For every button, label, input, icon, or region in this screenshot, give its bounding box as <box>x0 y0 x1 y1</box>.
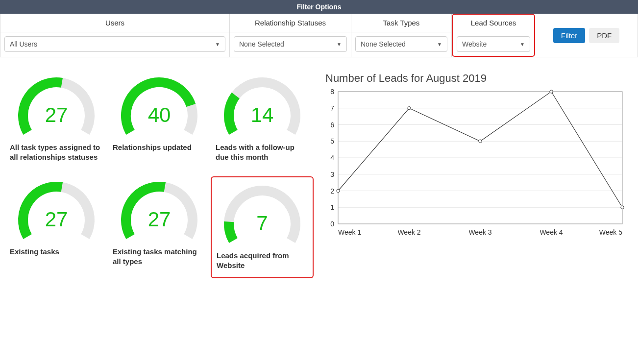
relationship-dropdown-value: None Selected <box>239 40 284 48</box>
filter-row: Users All Users ▼ Relationship Statuses … <box>0 14 638 57</box>
chevron-down-icon: ▼ <box>215 42 220 47</box>
gauge-card-4: 27Existing tasks matching all types <box>108 176 211 279</box>
task-types-dropdown-value: None Selected <box>361 40 406 48</box>
task-types-dropdown[interactable]: None Selected ▼ <box>355 36 447 52</box>
gauge-value-0: 27 <box>15 103 98 127</box>
leads-chart-panel: Number of Leads for August 2019 01234567… <box>323 72 633 239</box>
filter-label-lead-sources: Lead Sources <box>453 15 534 32</box>
leads-line-chart: 012345678Week 1Week 2Week 3Week 4Week 5 <box>323 87 627 239</box>
svg-text:0: 0 <box>330 220 334 228</box>
gauge-value-5: 7 <box>221 212 304 235</box>
svg-text:4: 4 <box>330 154 334 162</box>
svg-text:5: 5 <box>330 137 334 145</box>
gauge-4: 27 <box>118 178 201 237</box>
chart-title: Number of Leads for August 2019 <box>325 72 633 85</box>
filter-cell-users: Users All Users ▼ <box>0 14 230 57</box>
svg-text:Week 2: Week 2 <box>397 228 420 236</box>
filter-label-relationship: Relationship Statuses <box>230 14 351 32</box>
gauge-card-2: 14Leads with a follow-up due this month <box>211 72 314 168</box>
svg-text:Week 5: Week 5 <box>599 228 622 236</box>
lead-sources-dropdown[interactable]: Website ▼ <box>457 36 530 52</box>
svg-point-25 <box>408 107 411 110</box>
svg-text:6: 6 <box>330 121 334 129</box>
svg-point-28 <box>621 206 624 209</box>
svg-point-24 <box>337 189 340 192</box>
svg-point-26 <box>479 140 482 143</box>
relationship-dropdown[interactable]: None Selected ▼ <box>234 36 347 52</box>
svg-text:1: 1 <box>330 203 334 211</box>
filter-button[interactable]: Filter <box>553 28 585 43</box>
gauge-card-0: 27All task types assigned to all relatio… <box>5 72 108 168</box>
svg-point-27 <box>550 90 553 93</box>
lead-sources-dropdown-value: Website <box>462 40 487 48</box>
gauge-card-5: 7Leads acquired from Website <box>211 176 314 279</box>
filter-cell-task-types: Task Types None Selected ▼ <box>351 14 452 57</box>
gauge-card-3: 27Existing tasks <box>5 176 108 279</box>
gauges-grid: 27All task types assigned to all relatio… <box>5 72 314 278</box>
filter-cell-lead-sources: Lead Sources Website ▼ <box>452 14 535 57</box>
filter-label-task-types: Task Types <box>351 14 451 32</box>
gauge-card-1: 40Relationships updated <box>108 72 211 168</box>
filter-cell-relationship: Relationship Statuses None Selected ▼ <box>230 14 351 57</box>
svg-text:7: 7 <box>330 104 334 112</box>
filter-options-header: Filter Options <box>0 0 638 14</box>
pdf-button[interactable]: PDF <box>589 28 619 43</box>
svg-text:Week 3: Week 3 <box>468 228 491 236</box>
filter-label-users: Users <box>0 14 229 32</box>
gauge-3: 27 <box>15 178 98 237</box>
users-dropdown-value: All Users <box>10 40 37 48</box>
users-dropdown[interactable]: All Users ▼ <box>4 36 225 52</box>
chevron-down-icon: ▼ <box>437 42 442 47</box>
gauge-value-2: 14 <box>221 103 304 127</box>
chevron-down-icon: ▼ <box>337 42 342 47</box>
gauge-5: 7 <box>221 182 304 241</box>
gauge-2: 14 <box>221 74 304 133</box>
filter-cell-buttons: Filter PDF <box>535 14 638 57</box>
gauge-value-3: 27 <box>15 208 98 231</box>
svg-text:2: 2 <box>330 187 334 195</box>
chevron-down-icon: ▼ <box>520 42 525 47</box>
gauge-1: 40 <box>118 74 201 133</box>
svg-text:3: 3 <box>330 170 334 178</box>
svg-text:Week 1: Week 1 <box>338 228 361 236</box>
svg-text:Week 4: Week 4 <box>540 228 563 236</box>
dashboard: 27All task types assigned to all relatio… <box>0 57 638 283</box>
svg-text:8: 8 <box>330 88 334 96</box>
gauge-value-4: 27 <box>118 208 201 231</box>
gauge-0: 27 <box>15 74 98 133</box>
gauge-value-1: 40 <box>118 103 201 127</box>
